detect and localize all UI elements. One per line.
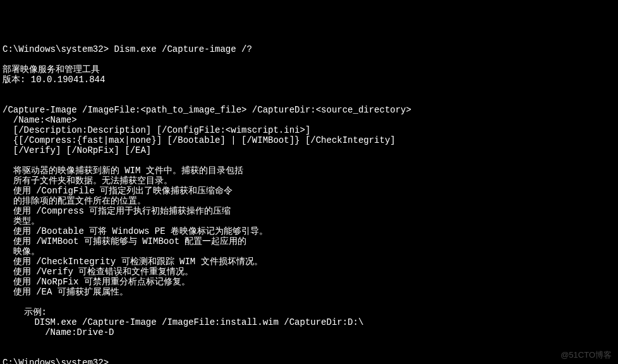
output-line: 使用 /NoRpFix 可禁用重分析点标记修复。 <box>3 277 190 287</box>
output-line: 部署映像服务和管理工具 <box>3 64 100 75</box>
output-line: [/Verify] [/NoRpFix] [/EA] <box>3 145 151 155</box>
output-line: [/Description:Description] [/ConfigFile:… <box>3 125 310 135</box>
output-line: DISM.exe /Capture-Image /ImageFile:insta… <box>3 317 363 327</box>
output-line: 映像。 <box>3 246 40 257</box>
output-line: 使用 /CheckIntegrity 可检测和跟踪 WIM 文件损坏情况。 <box>3 257 263 267</box>
output-line: /Name:<Name> <box>3 115 77 125</box>
output-line: 的排除项的配置文件所在的位置。 <box>3 196 146 206</box>
output-line: 使用 /WIMBoot 可捕获能够与 WIMBoot 配置一起应用的 <box>3 236 246 246</box>
output-line: 使用 /EA 可捕获扩展属性。 <box>3 287 128 297</box>
output-line: 示例: <box>3 307 47 317</box>
output-line: /Name:Drive-D <box>3 327 114 337</box>
output-line: 所有子文件夹和数据。无法捕获空目录。 <box>3 176 173 186</box>
output-line: 使用 /ConfigFile 可指定列出了映像捕获和压缩命令 <box>3 186 233 196</box>
prompt-line-1: C:\Windows\system32> Dism.exe /Capture-i… <box>3 44 252 54</box>
prompt-line-2[interactable]: C:\Windows\system32> <box>3 358 114 364</box>
output-line: 使用 /Compress 可指定用于执行初始捕获操作的压缩 <box>3 206 231 216</box>
terminal-output[interactable]: C:\Windows\system32> Dism.exe /Capture-i… <box>3 44 615 364</box>
output-line: 类型。 <box>3 216 40 226</box>
watermark-text: @51CTO博客 <box>560 350 612 360</box>
output-line: 将驱动器的映像捕获到新的 WIM 文件中。捕获的目录包括 <box>3 166 243 176</box>
output-line: 使用 /Bootable 可将 Windows PE 卷映像标记为能够引导。 <box>3 226 268 236</box>
output-line: /Capture-Image /ImageFile:<path_to_image… <box>3 105 411 115</box>
output-line: 版本: 10.0.19041.844 <box>3 75 105 85</box>
output-line: 使用 /Verify 可检查错误和文件重复情况。 <box>3 267 193 277</box>
output-line: {[/Compress:{fast|max|none}] [/Bootable]… <box>3 135 396 145</box>
